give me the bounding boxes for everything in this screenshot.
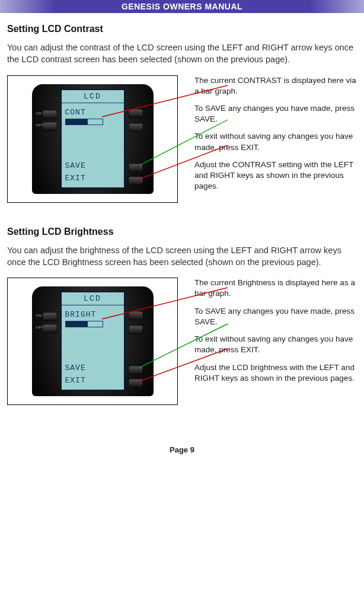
- lcd-param-label-2: BRIGHT: [65, 310, 120, 319]
- page-body: Setting LCD Contrast You can adjust the …: [0, 13, 364, 405]
- lcd-save-label-2: SAVE: [65, 364, 120, 372]
- remote-device: ON OFF LCD CONT SAVE: [32, 84, 154, 194]
- left-button-1b: [43, 313, 57, 321]
- callouts-brightness: The current Brightness is dis­played her…: [194, 278, 359, 390]
- right-button-3: [129, 164, 143, 172]
- section2-title: Setting LCD Brightness: [7, 227, 359, 237]
- figure-brightness: ON OFF LCD BRIGHT SAVE: [7, 278, 178, 405]
- remote-device-2: ON OFF LCD BRIGHT SAVE: [32, 286, 154, 396]
- callout-c4: Adjust the CONTRAST setting with the LEF…: [194, 160, 359, 192]
- callout-c2: To SAVE any changes you have made, press…: [194, 103, 359, 125]
- header-bar: GENESIS OWNERS MANUAL: [0, 0, 364, 13]
- callout-c3: To exit without saving any changes you h…: [194, 131, 359, 152]
- page-footer: Page 9: [0, 441, 364, 463]
- callouts-contrast: The current CONTRAST is displayed here v…: [194, 75, 359, 199]
- lcd-title: LCD: [62, 90, 124, 103]
- contrast-bar: [65, 119, 103, 125]
- right-button-2b: [129, 326, 143, 334]
- callout-b4: Adjust the LCD brightness with the LEFT …: [194, 362, 359, 384]
- callout-b1: The current Brightness is dis­played her…: [194, 278, 359, 299]
- right-button-3b: [129, 366, 143, 374]
- right-button-2: [129, 123, 143, 132]
- lcd-screen: LCD CONT SAVE EXIT: [60, 89, 125, 189]
- callout-b2: To SAVE any changes you have made, press…: [194, 306, 359, 327]
- section2-intro: You can adjust the brightness of the LCD…: [7, 244, 359, 269]
- figure-row-contrast: ON OFF LCD CONT SAVE: [7, 75, 359, 203]
- callout-c1: The current CONTRAST is displayed here v…: [194, 75, 359, 97]
- lcd-title-2: LCD: [62, 292, 124, 305]
- lcd-save-label: SAVE: [65, 161, 120, 170]
- left-button-1: [43, 110, 57, 119]
- callout-b3: To exit without saving any changes you h…: [194, 334, 359, 355]
- on-label-2: ON: [36, 314, 42, 317]
- lcd-screen-2: LCD BRIGHT SAVE EXIT: [60, 291, 125, 391]
- section1-title: Setting LCD Contrast: [7, 24, 359, 34]
- left-button-2: [43, 122, 57, 130]
- right-button-1b: [129, 311, 143, 320]
- right-button-1: [129, 109, 143, 117]
- right-button-4b: [129, 379, 143, 387]
- lcd-exit-label: EXIT: [65, 174, 120, 183]
- lcd-param-label: CONT: [65, 108, 120, 117]
- right-button-4: [129, 177, 143, 185]
- section1-intro: You can adjust the contrast of the LCD s…: [7, 42, 359, 66]
- on-label: ON: [36, 111, 42, 115]
- left-button-2b: [43, 324, 57, 333]
- figure-row-brightness: ON OFF LCD BRIGHT SAVE: [7, 278, 359, 405]
- brightness-bar: [65, 321, 103, 327]
- lcd-exit-label-2: EXIT: [65, 376, 120, 385]
- figure-contrast: ON OFF LCD CONT SAVE: [7, 75, 178, 203]
